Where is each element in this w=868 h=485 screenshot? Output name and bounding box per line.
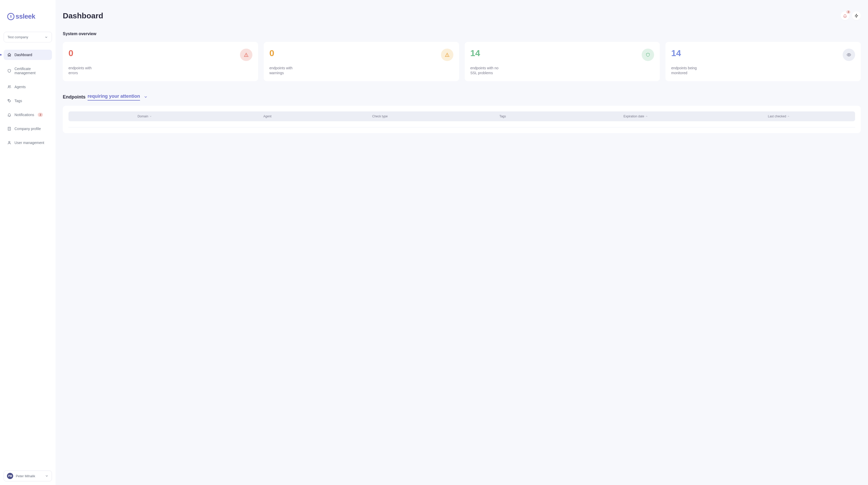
top-actions: 3	[841, 11, 861, 20]
sidebar-item-notifications[interactable]: Notifications 3	[4, 110, 52, 120]
endpoints-table: Domain Agent Check type Tags	[63, 106, 861, 133]
sidebar-item-company-profile[interactable]: Company profile	[4, 123, 52, 134]
alert-triangle-icon	[240, 49, 252, 61]
logo: ssleek	[0, 0, 56, 27]
sidebar-item-label: Notifications	[14, 113, 34, 117]
svg-point-1	[10, 86, 10, 86]
alert-triangle-icon	[441, 49, 454, 61]
svg-point-2	[8, 100, 9, 100]
card-ok-label: endpoints with no SSL problems	[470, 66, 501, 76]
bell-icon	[7, 113, 11, 117]
chevron-down-icon	[45, 474, 49, 478]
sidebar-item-label: Company profile	[14, 127, 41, 131]
topbar: Dashboard 3	[63, 11, 861, 20]
table-body-empty	[68, 121, 855, 127]
card-errors[interactable]: 0 endpoints with errors	[63, 42, 258, 81]
card-ok-value: 14	[470, 49, 480, 57]
sidebar-item-dashboard[interactable]: Dashboard	[4, 50, 52, 60]
lightning-icon	[854, 14, 859, 18]
sidebar-item-label: Agents	[14, 85, 26, 89]
main: Dashboard 3 System overview 0	[56, 0, 868, 485]
svg-marker-5	[855, 14, 858, 17]
quick-actions-button[interactable]	[852, 11, 861, 20]
users-icon	[7, 85, 11, 89]
card-monitored-label: endpoints being monitored	[671, 66, 702, 76]
overview-cards: 0 endpoints with errors 0 endpoint	[63, 42, 861, 81]
svg-rect-3	[8, 127, 10, 130]
sidebar-item-certificate-management[interactable]: Certificate management	[4, 64, 52, 78]
endpoints-section: Endpoints requiring your attention Domai…	[63, 93, 861, 133]
system-overview-title: System overview	[63, 32, 861, 36]
eye-icon	[843, 49, 855, 61]
card-errors-value: 0	[68, 49, 73, 57]
sidebar-item-label: Dashboard	[14, 53, 32, 57]
sidebar-item-label: User management	[14, 141, 44, 145]
table-header: Domain Agent Check type Tags	[68, 111, 855, 121]
chevron-down-icon[interactable]	[144, 95, 148, 99]
shield-icon	[642, 49, 654, 61]
shield-icon	[7, 69, 11, 73]
column-header-domain[interactable]: Domain	[73, 115, 216, 118]
notifications-badge: 3	[38, 113, 43, 117]
page-title: Dashboard	[63, 11, 103, 20]
chevron-down-icon	[44, 35, 48, 39]
building-icon	[7, 127, 11, 131]
endpoints-filter-dropdown[interactable]: requiring your attention	[88, 93, 140, 101]
column-header-check-type[interactable]: Check type	[318, 115, 441, 118]
chevron-down-icon	[149, 115, 152, 118]
notifications-button[interactable]: 3	[841, 11, 849, 20]
card-warnings-value: 0	[270, 49, 274, 57]
user-menu[interactable]: PM Peter Mihalik	[4, 470, 52, 481]
system-overview-section: System overview 0 endpoints with errors …	[63, 32, 861, 81]
endpoints-heading: Endpoints requiring your attention	[63, 93, 861, 101]
user-name: Peter Mihalik	[16, 474, 42, 478]
svg-point-4	[8, 141, 10, 143]
sidebar: ssleek Test company Dashboard Certificat…	[0, 0, 56, 485]
column-header-tags[interactable]: Tags	[441, 115, 564, 118]
chevron-up-icon	[645, 115, 648, 118]
sidebar-item-label: Certificate management	[14, 67, 48, 75]
chevron-up-icon	[787, 115, 790, 118]
card-ok[interactable]: 14 endpoints with no SSL problems	[465, 42, 660, 81]
notifications-button-badge: 3	[846, 10, 850, 14]
user-icon	[7, 141, 11, 145]
avatar: PM	[7, 473, 13, 479]
card-warnings-label: endpoints with warnings	[270, 66, 301, 76]
svg-point-0	[8, 86, 9, 87]
home-icon	[7, 53, 11, 57]
card-errors-label: endpoints with errors	[68, 66, 99, 76]
svg-point-8	[848, 54, 850, 56]
card-warnings[interactable]: 0 endpoints with warnings	[264, 42, 459, 81]
column-header-agent[interactable]: Agent	[216, 115, 318, 118]
tag-icon	[7, 99, 11, 103]
sidebar-item-user-management[interactable]: User management	[4, 138, 52, 148]
company-selector-label: Test company	[7, 35, 28, 39]
sidebar-nav: Dashboard Certificate management Agents …	[0, 50, 56, 151]
card-monitored-value: 14	[671, 49, 681, 57]
column-header-last-checked[interactable]: Last checked	[707, 115, 850, 118]
column-header-expiration[interactable]: Expiration date	[564, 115, 707, 118]
sidebar-item-tags[interactable]: Tags	[4, 96, 52, 106]
endpoints-heading-prefix: Endpoints	[63, 94, 86, 100]
card-monitored[interactable]: 14 endpoints being monitored	[665, 42, 861, 81]
sidebar-item-label: Tags	[14, 99, 22, 103]
company-selector[interactable]: Test company	[4, 32, 52, 42]
logo-mark-icon	[7, 13, 14, 20]
brand-name: ssleek	[16, 12, 35, 21]
sidebar-item-agents[interactable]: Agents	[4, 82, 52, 92]
